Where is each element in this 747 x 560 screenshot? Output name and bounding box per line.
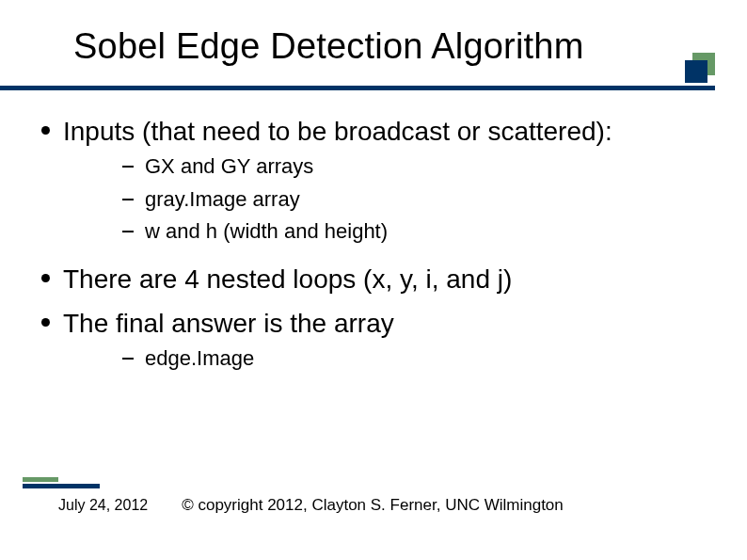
sub-bullet-text: w and h (width and height): [145, 218, 388, 246]
dash-icon: [122, 358, 134, 360]
footer: July 24, 2012 © copyright 2012, Clayton …: [58, 496, 564, 515]
footer-copyright: © copyright 2012, Clayton S. Ferner, UNC…: [182, 496, 564, 515]
sub-bullet-item: edge.Image: [122, 345, 728, 373]
sub-bullet-text: gray.Image array: [145, 186, 300, 214]
sub-bullet-item: w and h (width and height): [122, 218, 728, 246]
bullet-text: There are 4 nested loops (x, y, i, and j…: [63, 263, 512, 296]
dash-icon: [122, 231, 134, 232]
bullet-dot-icon: [41, 318, 50, 327]
slide-title: Sobel Edge Detection Algorithm: [73, 26, 747, 67]
sub-bullet-item: GX and GY arrays: [122, 153, 728, 181]
bullet-text: The final answer is the array: [63, 307, 394, 340]
dash-icon: [122, 166, 134, 168]
bullet-item: The final answer is the array: [41, 307, 728, 340]
bullet-item: There are 4 nested loops (x, y, i, and j…: [41, 263, 728, 296]
bullet-dot-icon: [41, 126, 50, 135]
slide: Sobel Edge Detection Algorithm Inputs (t…: [0, 0, 747, 560]
sub-bullet-text: GX and GY arrays: [145, 153, 313, 181]
corner-squares-icon: [685, 53, 713, 81]
title-area: Sobel Edge Detection Algorithm: [0, 0, 747, 67]
footer-date: July 24, 2012: [58, 497, 148, 514]
bullet-dot-icon: [41, 274, 50, 282]
sub-bullet-item: gray.Image array: [122, 186, 728, 214]
dash-icon: [122, 199, 134, 200]
sub-bullet-text: edge.Image: [145, 345, 254, 373]
sub-bullet-group: edge.Image: [122, 345, 728, 373]
bullet-item: Inputs (that need to be broadcast or sca…: [41, 115, 728, 148]
bullet-text: Inputs (that need to be broadcast or sca…: [63, 115, 612, 148]
sub-bullet-group: GX and GY arrays gray.Image array w and …: [122, 153, 728, 246]
content-area: Inputs (that need to be broadcast or sca…: [0, 90, 747, 372]
